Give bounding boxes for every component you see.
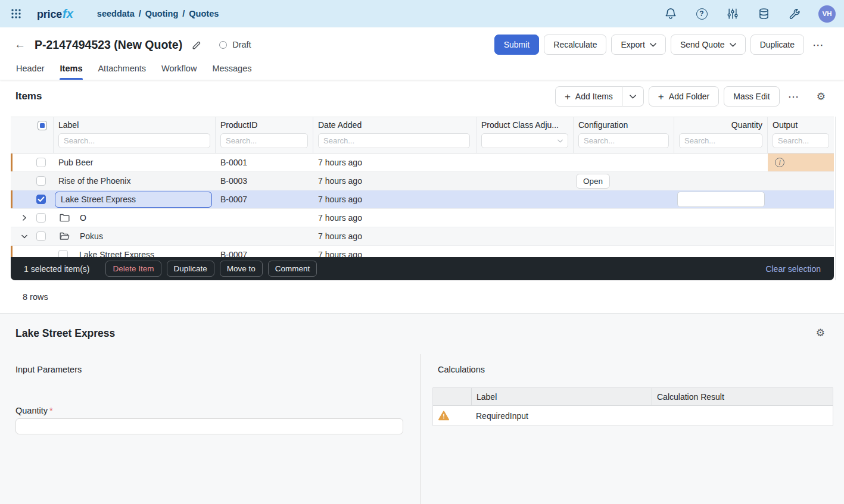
clear-selection-link[interactable]: Clear selection [765,264,821,274]
row-checkbox-checked[interactable] [36,195,46,204]
cell-date-added: 7 hours ago [318,195,362,204]
top-bar: price fx seeddata / Quoting / Quotes ? [0,0,844,27]
quantity-edit-input[interactable] [677,192,765,207]
cell-date-added: 7 hours ago [318,213,362,223]
row-marker [11,190,13,208]
table-row-folder[interactable]: O 7 hours ago [11,209,834,227]
column-header-output[interactable]: Output [773,120,829,130]
comment-button[interactable]: Comment [268,261,317,277]
row-checkbox[interactable] [36,158,46,167]
detail-title: Lake Street Express [15,327,115,340]
column-header-quantity[interactable]: Quantity [679,120,762,130]
collapse-chevron-icon[interactable] [17,234,32,239]
help-icon[interactable]: ? [694,7,709,21]
calculations-header-row: Label Calculation Result [433,388,833,406]
chevron-down-icon [630,95,636,99]
tab-attachments[interactable]: Attachments [97,60,147,80]
quantity-parameter-input[interactable] [15,418,403,434]
avatar-initials: VH [823,10,832,17]
mass-edit-button[interactable]: Mass Edit [724,86,779,107]
open-configuration-button[interactable]: Open [576,174,610,189]
table-row[interactable]: Rise of the Phoenix B-0003 7 hours ago O… [11,172,834,190]
label-search-input[interactable] [58,133,210,148]
submit-button[interactable]: Submit [494,35,540,55]
tab-messages[interactable]: Messages [211,60,252,80]
plus-icon: + [658,92,664,102]
quote-header: ← P-2147494523 (New Quote) Draft Submit … [0,27,844,80]
folder-label: Pokus [80,231,103,241]
export-button[interactable]: Export [611,35,665,55]
tools-wrench-icon[interactable] [787,7,802,21]
folder-closed-icon [60,214,70,222]
move-to-button[interactable]: Move to [220,261,263,277]
add-items-dropdown-button[interactable] [622,86,644,107]
table-more-icon[interactable]: ⋯ [784,90,803,103]
table-vertical-scrollbar[interactable] [835,117,844,280]
row-checkbox[interactable] [36,213,46,223]
chevron-down-icon [558,139,563,143]
column-header-configuration[interactable]: Configuration [578,120,669,130]
delete-item-button[interactable]: Delete Item [105,261,161,277]
input-parameters-heading: Input Parameters [15,365,82,374]
breadcrumb-separator: / [182,9,185,18]
info-icon[interactable]: i [775,158,784,167]
column-header-product-class[interactable]: Product Class Adju... [481,120,568,130]
selection-summary: 1 selected item(s) [24,264,89,274]
detail-settings-gear-icon[interactable]: ⚙ [816,327,825,339]
breadcrumb-partition[interactable]: seeddata [97,9,135,18]
output-search-input[interactable] [773,133,829,148]
status-label: Draft [232,40,251,49]
productid-search-input[interactable] [220,133,308,148]
configuration-search-input[interactable] [578,133,669,148]
tab-header[interactable]: Header [15,60,45,80]
duplicate-item-button[interactable]: Duplicate [167,261,214,277]
recalculate-button[interactable]: Recalculate [544,35,606,55]
quantity-search-input[interactable] [679,133,762,148]
label-edit-cell[interactable]: Lake Street Express [55,192,212,208]
output-warning-cell: i [768,154,834,171]
settings-sliders-icon[interactable] [725,7,740,21]
add-items-button[interactable]: + Add Items [555,86,622,107]
add-folder-button[interactable]: + Add Folder [649,86,719,107]
table-settings-gear-icon[interactable]: ⚙ [814,90,828,102]
column-header-label[interactable]: Label [58,120,210,130]
column-header-productid[interactable]: ProductID [220,120,308,130]
items-section-title: Items [15,90,42,102]
back-arrow-icon[interactable]: ← [14,38,29,51]
cell-label: Rise of the Phoenix [58,176,130,186]
edit-pencil-icon[interactable] [191,39,203,51]
breadcrumb-module[interactable]: Quoting [145,9,179,18]
logo-fx: fx [63,7,73,21]
panel-divider [420,354,421,504]
more-actions-icon[interactable]: ⋯ [809,38,828,51]
status-circle-icon [219,41,227,49]
quote-status: Draft [219,40,251,49]
tab-items[interactable]: Items [60,60,83,80]
table-row-selected[interactable]: Lake Street Express B-0007 7 hours ago [11,190,834,209]
items-panel: Items + Add Items + Add Folder Mass Edit… [0,80,844,314]
table-row[interactable]: Pub Beer B-0001 7 hours ago i [11,154,834,172]
select-all-checkbox[interactable] [38,121,47,130]
send-quote-button[interactable]: Send Quote [671,35,746,55]
column-header-date-added[interactable]: Date Added [318,120,471,130]
row-checkbox[interactable] [36,176,46,186]
tab-workflow[interactable]: Workflow [161,60,197,80]
table-row-folder[interactable]: Pokus 7 hours ago [11,227,834,246]
expand-chevron-icon[interactable] [17,215,32,221]
cell-productid: B-0003 [220,176,247,186]
row-checkbox[interactable] [36,231,46,241]
calculation-row[interactable]: RequiredInput [433,406,833,425]
breadcrumb-page[interactable]: Quotes [189,9,219,18]
pricefx-logo[interactable]: price fx [37,7,73,21]
data-manager-icon[interactable] [756,7,771,21]
notifications-bell-icon[interactable] [664,7,678,21]
item-detail-panel: Lake Street Express ⚙ Input Parameters Q… [0,314,844,504]
user-avatar[interactable]: VH [818,5,836,23]
app-grid-icon[interactable] [8,6,24,21]
date-added-search-input[interactable] [318,133,470,148]
cell-productid: B-0007 [220,195,247,204]
product-class-filter-select[interactable] [481,133,568,148]
logo-text: price [37,8,62,21]
duplicate-button[interactable]: Duplicate [750,35,804,55]
quantity-field-label: Quantity* [15,406,53,415]
